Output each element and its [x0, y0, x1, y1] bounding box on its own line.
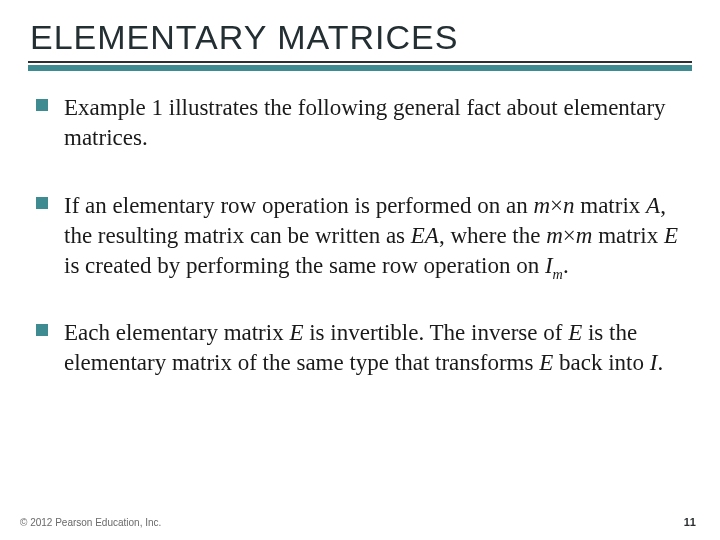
slide: ELEMENTARY MATRICES Example 1 illustrate…: [0, 0, 720, 540]
square-bullet-icon: [36, 324, 48, 336]
bullet-text: Example 1 illustrates the following gene…: [64, 95, 666, 150]
bullet-item: Example 1 illustrates the following gene…: [36, 93, 692, 153]
copyright-footer: © 2012 Pearson Education, Inc.: [20, 517, 161, 528]
rule-thick: [28, 65, 692, 71]
bullet-item: If an elementary row operation is perfor…: [36, 191, 692, 281]
page-number: 11: [684, 516, 696, 528]
bullet-text: Each elementary matrix E is invertible. …: [64, 320, 663, 375]
square-bullet-icon: [36, 99, 48, 111]
bullet-item: Each elementary matrix E is invertible. …: [36, 318, 692, 378]
slide-title: ELEMENTARY MATRICES: [28, 18, 692, 59]
square-bullet-icon: [36, 197, 48, 209]
rule-thin: [28, 61, 692, 63]
title-rules: [28, 61, 692, 71]
bullet-list: Example 1 illustrates the following gene…: [28, 93, 692, 378]
bullet-text: If an elementary row operation is perfor…: [64, 193, 678, 278]
